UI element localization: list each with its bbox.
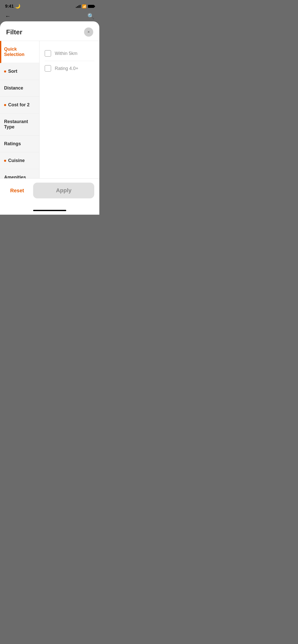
option-rating-4plus: Rating 4.0+ bbox=[45, 61, 94, 76]
sidebar-item-sort[interactable]: Sort bbox=[0, 63, 39, 80]
dot-indicator bbox=[4, 160, 6, 162]
dot-indicator bbox=[4, 70, 6, 72]
sidebar-item-restaurant-type[interactable]: Restaurant Type bbox=[0, 113, 39, 136]
signal-icon bbox=[76, 5, 80, 8]
option-label-within-5km: Within 5km bbox=[55, 51, 77, 56]
filter-title: Filter bbox=[6, 28, 22, 36]
filter-footer: Reset Apply bbox=[0, 178, 99, 206]
home-indicator bbox=[0, 206, 99, 215]
status-bar: 9:41 🌙 📶 bbox=[0, 0, 99, 11]
moon-icon: 🌙 bbox=[15, 4, 20, 9]
checkbox-within-5km[interactable] bbox=[45, 50, 51, 57]
sidebar-item-label: Sort bbox=[8, 69, 17, 74]
sidebar-item-cuisine[interactable]: Cuisine bbox=[0, 152, 39, 169]
filter-header: Filter × bbox=[0, 21, 99, 41]
checkbox-rating-4plus[interactable] bbox=[45, 65, 51, 72]
status-icons: 📶 bbox=[76, 4, 94, 8]
sidebar-item-distance[interactable]: Distance bbox=[0, 80, 39, 97]
sidebar-item-quick-selection[interactable]: Quick Selection bbox=[0, 41, 39, 63]
close-button[interactable]: × bbox=[84, 27, 93, 37]
sidebar-item-label: Cost for 2 bbox=[8, 102, 30, 108]
time-display: 9:41 bbox=[5, 4, 14, 9]
status-time: 9:41 🌙 bbox=[5, 4, 20, 9]
sidebar-item-label: Distance bbox=[4, 85, 23, 91]
home-bar bbox=[33, 210, 66, 211]
sidebar-item-amenities[interactable]: Amenities bbox=[0, 169, 39, 178]
battery-icon bbox=[88, 5, 94, 8]
filter-content: Quick Selection Sort Distance Cost for 2… bbox=[0, 41, 99, 178]
filter-sidebar: Quick Selection Sort Distance Cost for 2… bbox=[0, 41, 39, 178]
wifi-icon: 📶 bbox=[82, 4, 86, 8]
sidebar-item-label: Ratings bbox=[4, 141, 21, 147]
sidebar-item-label: Amenities bbox=[4, 175, 26, 178]
filter-sheet: Filter × Quick Selection Sort Distance C… bbox=[0, 21, 99, 215]
sidebar-item-label: Quick Selection bbox=[4, 47, 35, 57]
sidebar-item-label: Restaurant Type bbox=[4, 119, 35, 130]
option-label-rating-4plus: Rating 4.0+ bbox=[55, 66, 78, 71]
top-nav: ← 🔍 bbox=[0, 11, 99, 23]
option-within-5km: Within 5km bbox=[45, 46, 94, 61]
dot-indicator bbox=[4, 104, 6, 106]
search-icon[interactable]: 🔍 bbox=[87, 13, 94, 20]
sidebar-item-cost-for-2[interactable]: Cost for 2 bbox=[0, 97, 39, 113]
filter-options-panel: Within 5km Rating 4.0+ bbox=[39, 41, 99, 178]
apply-button[interactable]: Apply bbox=[33, 183, 94, 198]
reset-button[interactable]: Reset bbox=[5, 185, 29, 197]
back-icon[interactable]: ← bbox=[5, 13, 11, 20]
sidebar-item-ratings[interactable]: Ratings bbox=[0, 136, 39, 152]
sidebar-item-label: Cuisine bbox=[8, 158, 25, 163]
